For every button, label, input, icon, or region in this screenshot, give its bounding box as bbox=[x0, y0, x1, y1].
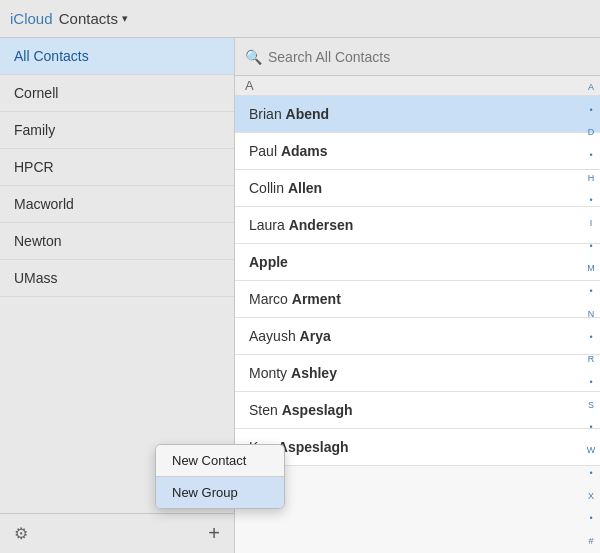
main-layout: All ContactsCornellFamilyHPCRMacworldNew… bbox=[0, 38, 600, 553]
sidebar-item-all-contacts[interactable]: All Contacts bbox=[0, 38, 234, 75]
sidebar-item-macworld[interactable]: Macworld bbox=[0, 186, 234, 223]
sidebar-list: All ContactsCornellFamilyHPCRMacworldNew… bbox=[0, 38, 234, 513]
context-menu-item-new-group[interactable]: New Group bbox=[156, 477, 284, 508]
contact-item[interactable]: Sten Aspeslagh bbox=[235, 392, 600, 429]
icloud-label: iCloud bbox=[10, 10, 53, 27]
contacts-label: Contacts bbox=[55, 10, 118, 27]
sidebar-item-cornell[interactable]: Cornell bbox=[0, 75, 234, 112]
alpha-header-A: A bbox=[235, 76, 600, 96]
alpha-letter-#[interactable]: # bbox=[588, 537, 593, 546]
sidebar-footer: ⚙ + bbox=[0, 513, 234, 553]
contact-item[interactable]: Brian Abend bbox=[235, 96, 600, 133]
alpha-dot: • bbox=[589, 514, 592, 523]
context-menu-item-new-contact[interactable]: New Contact bbox=[156, 445, 284, 477]
header: iCloud Contacts ▾ bbox=[0, 0, 600, 38]
sidebar-item-umass[interactable]: UMass bbox=[0, 260, 234, 297]
contact-list: ABrian AbendPaul AdamsCollin AllenLaura … bbox=[235, 76, 600, 553]
contact-area: 🔍 ABrian AbendPaul AdamsCollin AllenLaur… bbox=[235, 38, 600, 553]
brand: iCloud Contacts ▾ bbox=[10, 10, 128, 27]
sidebar-item-hpcr[interactable]: HPCR bbox=[0, 149, 234, 186]
contact-item[interactable]: Apple bbox=[235, 244, 600, 281]
chevron-icon[interactable]: ▾ bbox=[122, 12, 128, 25]
alpha-letter-X[interactable]: X bbox=[588, 492, 594, 501]
contact-item[interactable]: Monty Ashley bbox=[235, 355, 600, 392]
add-button[interactable]: + bbox=[208, 522, 220, 545]
contact-item[interactable]: Marco Arment bbox=[235, 281, 600, 318]
search-input[interactable] bbox=[268, 49, 590, 65]
contact-item[interactable]: Aayush Arya bbox=[235, 318, 600, 355]
contact-item[interactable]: Ken Aspeslagh bbox=[235, 429, 600, 466]
contact-item[interactable]: Laura Andersen bbox=[235, 207, 600, 244]
alpha-dot: • bbox=[589, 469, 592, 478]
sidebar: All ContactsCornellFamilyHPCRMacworldNew… bbox=[0, 38, 235, 553]
gear-icon[interactable]: ⚙ bbox=[14, 524, 28, 543]
contact-item[interactable]: Collin Allen bbox=[235, 170, 600, 207]
search-icon: 🔍 bbox=[245, 49, 262, 65]
contact-item[interactable]: Paul Adams bbox=[235, 133, 600, 170]
context-menu: New ContactNew Group bbox=[155, 444, 285, 509]
search-bar: 🔍 bbox=[235, 38, 600, 76]
sidebar-item-newton[interactable]: Newton bbox=[0, 223, 234, 260]
sidebar-item-family[interactable]: Family bbox=[0, 112, 234, 149]
